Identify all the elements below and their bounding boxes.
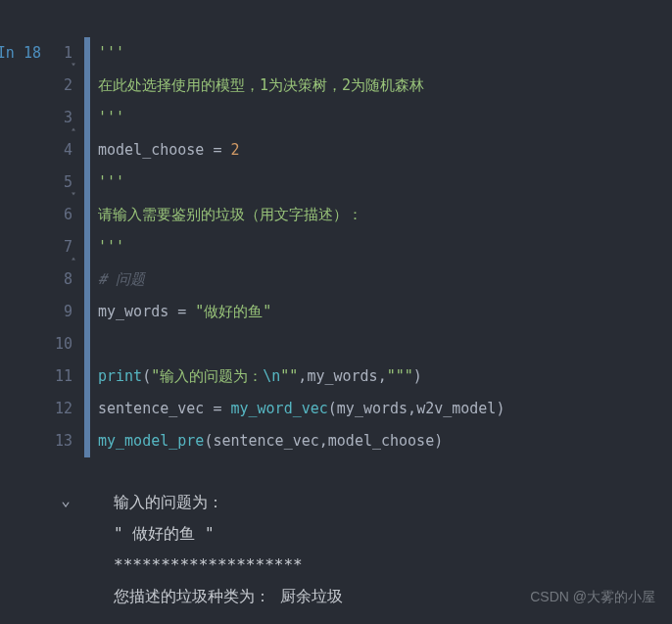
output-line: ******************** (114, 550, 672, 581)
code-cell: In 18 1▾ 2 3▴ 4 5▾ 6 7▴ 8 9 10 11 12 13 … (0, 0, 672, 457)
code-token: "输入的问题为： (151, 367, 263, 385)
code-token: my_model_pre (98, 432, 204, 450)
code-token: , (378, 367, 387, 385)
output-line: " 做好的鱼 " (114, 518, 672, 550)
chevron-down-icon[interactable]: ⌄ (61, 491, 71, 509)
code-token: , (408, 400, 416, 417)
code-token: ) (434, 432, 443, 450)
code-token: 问题 (116, 270, 145, 288)
output-toggle[interactable]: ⌄ (0, 487, 84, 612)
code-token: print (98, 367, 142, 385)
code-token: sentence_vec (213, 432, 318, 450)
code-token: my_words (337, 400, 408, 417)
code-token: ''' (98, 173, 124, 191)
code-token: = (204, 141, 230, 159)
cell-prompt: In 18 (0, 37, 49, 457)
output-line: 输入的问题为： (114, 487, 672, 518)
code-token: "做好的鱼" (195, 303, 271, 320)
line-number: 8 (49, 264, 72, 296)
code-token: \n (263, 367, 280, 385)
line-number: 1▾ (49, 37, 72, 70)
line-number: 5▾ (49, 167, 72, 199)
code-token: ''' (98, 238, 124, 256)
line-number: 11 (49, 360, 72, 393)
code-token: 在此处选择使用的模型，1为决策树，2为随机森林 (98, 76, 424, 94)
code-token: ''' (98, 44, 124, 62)
line-number: 6 (49, 199, 72, 231)
code-token: ) (496, 400, 504, 417)
code-token: ( (142, 367, 151, 385)
code-token: ( (328, 400, 337, 417)
code-editor[interactable]: ''' 在此处选择使用的模型，1为决策树，2为随机森林 ''' model_ch… (90, 37, 672, 457)
line-number: 9 (49, 296, 72, 328)
code-token: my_words (307, 367, 377, 385)
code-token: = (204, 400, 230, 417)
code-token: 请输入需要鉴别的垃圾（用文字描述）： (98, 206, 362, 223)
line-gutter: 1▾ 2 3▴ 4 5▾ 6 7▴ 8 9 10 11 12 13 (49, 37, 84, 457)
line-number: 7▴ (49, 231, 72, 264)
code-token: , (319, 432, 328, 450)
line-number: 3▴ (49, 102, 72, 134)
code-token: "" (280, 367, 298, 385)
code-token: 2 (230, 141, 239, 159)
code-token: model_choose (98, 141, 204, 159)
watermark: CSDN @大雾的小屋 (530, 589, 655, 606)
code-token: model_choose (328, 432, 434, 450)
line-number: 4 (49, 134, 72, 167)
code-token: ) (413, 367, 422, 385)
code-token: sentence_vec (98, 400, 204, 417)
code-token: = (168, 303, 195, 320)
code-token: ''' (98, 109, 124, 126)
prompt-label: In (0, 37, 15, 457)
code-token: """ (387, 367, 413, 385)
code-token: w2v_model (416, 400, 496, 417)
prompt-count: 18 (24, 37, 41, 457)
line-number: 13 (49, 425, 72, 457)
line-number: 2 (49, 70, 72, 102)
code-token: my_words (98, 303, 168, 320)
code-token: # (98, 270, 116, 288)
line-number: 10 (49, 328, 72, 360)
code-token: my_word_vec (230, 400, 327, 417)
line-number: 12 (49, 393, 72, 425)
